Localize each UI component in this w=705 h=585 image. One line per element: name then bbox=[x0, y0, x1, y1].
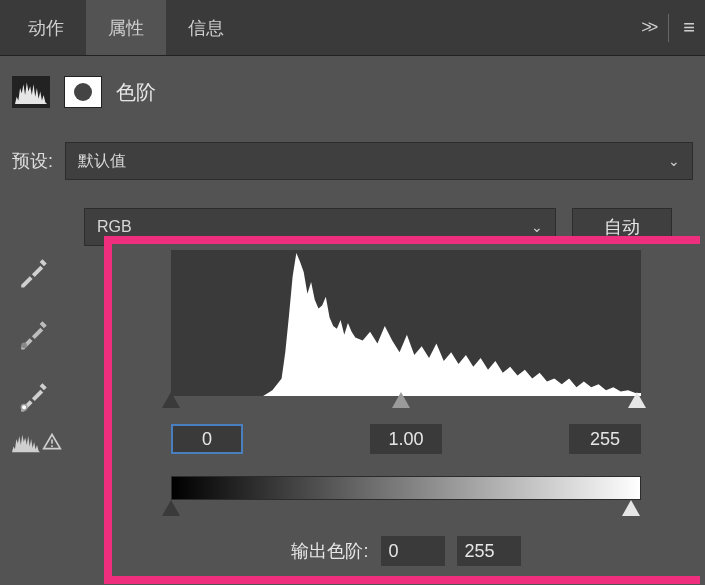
output-white-field[interactable]: 255 bbox=[457, 536, 521, 566]
eyedropper-black[interactable] bbox=[12, 250, 56, 294]
output-black-field[interactable]: 0 bbox=[381, 536, 445, 566]
input-white-field[interactable]: 255 bbox=[569, 424, 641, 454]
input-black-slider[interactable] bbox=[162, 392, 180, 408]
output-black-slider[interactable] bbox=[162, 500, 180, 516]
input-black-field[interactable]: 0 bbox=[171, 424, 243, 454]
panel-title: 色阶 bbox=[116, 79, 156, 106]
channel-value: RGB bbox=[97, 218, 132, 236]
svg-rect-3 bbox=[51, 445, 53, 447]
chevron-down-icon: ⌄ bbox=[668, 153, 680, 169]
eyedropper-white[interactable] bbox=[12, 374, 56, 418]
output-gradient[interactable] bbox=[171, 476, 641, 500]
panel-menu-icon[interactable]: ≡ bbox=[683, 16, 695, 39]
svg-point-0 bbox=[21, 343, 27, 349]
output-label: 输出色阶: bbox=[291, 539, 368, 563]
collapse-icon[interactable]: >> bbox=[641, 17, 654, 38]
svg-point-1 bbox=[21, 405, 27, 411]
layer-mask-icon[interactable] bbox=[64, 76, 102, 108]
input-white-slider[interactable] bbox=[628, 392, 646, 408]
input-histogram[interactable] bbox=[171, 250, 641, 396]
input-gamma-field[interactable]: 1.00 bbox=[370, 424, 442, 454]
tab-actions[interactable]: 动作 bbox=[6, 0, 86, 55]
svg-marker-4 bbox=[171, 253, 641, 396]
output-white-slider[interactable] bbox=[622, 500, 640, 516]
svg-rect-2 bbox=[51, 440, 53, 444]
preset-value: 默认值 bbox=[78, 151, 126, 172]
input-gamma-slider[interactable] bbox=[392, 392, 410, 408]
levels-panel: 0 1.00 255 输出色阶: 0 255 bbox=[104, 236, 700, 584]
panel-tabbar: 动作 属性 信息 >> ≡ bbox=[0, 0, 705, 56]
preset-select[interactable]: 默认值 ⌄ bbox=[65, 142, 693, 180]
histogram-warning[interactable] bbox=[12, 430, 62, 454]
divider bbox=[668, 14, 669, 42]
chevron-down-icon: ⌄ bbox=[531, 219, 543, 235]
tab-properties[interactable]: 属性 bbox=[86, 0, 166, 55]
tab-info[interactable]: 信息 bbox=[166, 0, 246, 55]
levels-icon bbox=[12, 76, 50, 108]
preset-label: 预设: bbox=[12, 149, 53, 173]
eyedropper-gray[interactable] bbox=[12, 312, 56, 356]
